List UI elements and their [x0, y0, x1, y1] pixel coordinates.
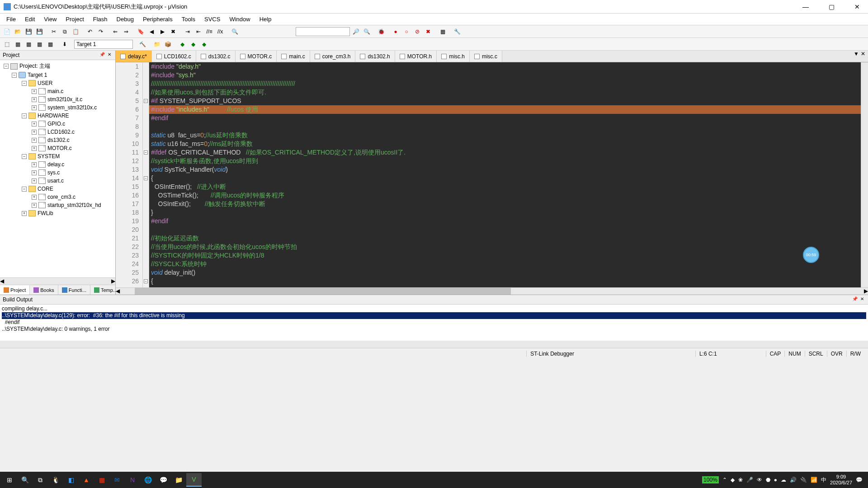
tree-file-delay-c[interactable]: +delay.c	[0, 160, 115, 169]
tab-close-icon[interactable]: ✕	[861, 51, 865, 62]
panel-close-icon[interactable]: ✕	[106, 52, 113, 58]
tree-group-system[interactable]: −SYSTEM	[0, 152, 115, 160]
uvision-task-icon[interactable]: V	[186, 473, 202, 487]
tree-target[interactable]: −Target 1	[0, 71, 115, 79]
nav-forward-icon[interactable]: ⇒	[121, 27, 131, 37]
tree-group-user[interactable]: −USER	[0, 79, 115, 87]
tree-project-root[interactable]: −Project: 主端	[0, 61, 115, 71]
comment-icon[interactable]: //≡	[204, 27, 214, 37]
bookmark-next-icon[interactable]: ▶	[157, 27, 167, 37]
close-button[interactable]: ✕	[850, 1, 864, 12]
stop-build-icon[interactable]: ▦	[45, 39, 55, 49]
app-1-icon[interactable]: 🐧	[48, 473, 63, 487]
project-tab-1[interactable]: Books	[30, 285, 58, 295]
menu-edit[interactable]: Edit	[20, 14, 39, 24]
paste-icon[interactable]: 📋	[71, 27, 80, 37]
wechat-icon[interactable]: 💬	[156, 473, 171, 487]
bookmark-toggle-icon[interactable]: 🔖	[136, 27, 146, 37]
undo-icon[interactable]: ↶	[85, 27, 95, 37]
project-tree[interactable]: −Project: 主端−Target 1−USER+main.c+stm32f…	[0, 60, 115, 277]
select-packs-icon[interactable]: ◆	[188, 39, 198, 49]
build-output-body[interactable]: compiling delay.c.....\SYSTEM\delay\dela…	[0, 305, 868, 341]
file-tab-LCD1602-c[interactable]: LCD1602.c	[152, 51, 196, 62]
find-in-files-icon[interactable]: 🔍	[230, 27, 240, 37]
tree-file-ds1302-c[interactable]: +ds1302.c	[0, 136, 115, 144]
file-tab-MOTOR-h[interactable]: MOTOR.h	[395, 51, 437, 62]
new-file-icon[interactable]: 📄	[2, 27, 12, 37]
tree-file-usart-c[interactable]: +usart.c	[0, 177, 115, 185]
tree-file-sys-c[interactable]: +sys.c	[0, 169, 115, 177]
tree-group-core[interactable]: −CORE	[0, 185, 115, 193]
recording-badge[interactable]: 00:59	[803, 247, 819, 263]
fold-column[interactable]: −−−−	[143, 62, 149, 287]
tray-app2-icon[interactable]: ❀	[738, 477, 743, 483]
menu-flash[interactable]: Flash	[89, 14, 112, 24]
indent-icon[interactable]: ⇥	[183, 27, 193, 37]
tree-group-fwlib[interactable]: +FWLib	[0, 209, 115, 217]
file-tab-ds1302-h[interactable]: ds1302.h	[355, 51, 395, 62]
maximize-button[interactable]: ▢	[824, 1, 839, 12]
outdent-icon[interactable]: ⇤	[193, 27, 203, 37]
uncomment-icon[interactable]: //x	[215, 27, 225, 37]
menu-peripherals[interactable]: Peripherals	[138, 14, 177, 24]
minimize-button[interactable]: —	[798, 1, 813, 12]
file-tab-core_cm3-h[interactable]: core_cm3.h	[310, 51, 356, 62]
file-tab-ds1302-c[interactable]: ds1302.c	[196, 51, 236, 62]
ime-icon[interactable]: 中	[821, 476, 826, 484]
start-button[interactable]: ⊞	[2, 473, 17, 487]
power-icon[interactable]: 🔌	[800, 477, 807, 483]
tray-app7-icon[interactable]: ☁	[781, 477, 786, 483]
menu-debug[interactable]: Debug	[112, 14, 138, 24]
vertical-scrollbar[interactable]	[861, 62, 868, 287]
project-tab-0[interactable]: Project	[0, 285, 30, 295]
tray-up-icon[interactable]: ⌃	[722, 477, 727, 483]
save-icon[interactable]: 💾	[24, 27, 33, 37]
copy-icon[interactable]: ⧉	[60, 27, 70, 37]
volume-icon[interactable]: 🔊	[790, 477, 797, 483]
tree-file-startup_stm32f10x_hd[interactable]: +startup_stm32f10x_hd	[0, 201, 115, 209]
battery-icon[interactable]: 100%	[702, 476, 719, 483]
code-body[interactable]: #include "delay.h"#include "sys.h"//////…	[149, 62, 868, 287]
tree-hscroll[interactable]: ◀▶	[0, 277, 115, 285]
debug-icon[interactable]: 🐞	[376, 27, 386, 37]
tray-app4-icon[interactable]: 👁	[757, 477, 762, 483]
notifications-icon[interactable]: 💬	[856, 477, 863, 483]
project-tab-2[interactable]: Functi...	[58, 285, 90, 295]
search-icon[interactable]: 🔍	[17, 473, 33, 487]
tray-app3-icon[interactable]: 🎤	[746, 477, 753, 483]
open-file-icon[interactable]: 📂	[13, 27, 23, 37]
network-icon[interactable]: 📶	[811, 477, 817, 483]
code-editor[interactable]: 1234567891011121314151617181920212223242…	[116, 62, 868, 287]
menu-help[interactable]: Help	[255, 14, 276, 24]
clock[interactable]: 9:09 2020/6/27	[830, 474, 852, 486]
onenote-icon[interactable]: N	[125, 473, 140, 487]
file-tab-MOTOR-c[interactable]: MOTOR.c	[236, 51, 277, 62]
manage-rtx-icon[interactable]: ◆	[177, 39, 187, 49]
bookmark-clear-icon[interactable]: ✖	[168, 27, 178, 37]
find-icon[interactable]: 🔎	[351, 27, 361, 37]
build-close-icon[interactable]: ✕	[859, 296, 865, 303]
menu-project[interactable]: Project	[61, 14, 88, 24]
menu-view[interactable]: View	[39, 14, 61, 24]
nav-back-icon[interactable]: ⇐	[110, 27, 120, 37]
build-pin-icon[interactable]: 📌	[852, 296, 858, 303]
breakpoint-insert-icon[interactable]: ●	[391, 27, 401, 37]
build-icon[interactable]: ▦	[13, 39, 23, 49]
find-combo[interactable]	[296, 27, 350, 36]
breakpoint-disable-icon[interactable]: ⊘	[412, 27, 422, 37]
translate-icon[interactable]: ⬚	[2, 39, 12, 49]
file-tab-misc-h[interactable]: misc.h	[437, 51, 470, 62]
save-all-icon[interactable]: 💾	[34, 27, 44, 37]
window-layout-icon[interactable]: ▦	[438, 27, 448, 37]
tray-app1-icon[interactable]: ◆	[731, 477, 735, 483]
breakpoint-enable-icon[interactable]: ○	[401, 27, 411, 37]
menu-tools[interactable]: Tools	[177, 14, 200, 24]
redo-icon[interactable]: ↷	[96, 27, 106, 37]
explorer-icon[interactable]: 📁	[171, 473, 186, 487]
tree-file-core_cm3-c[interactable]: +core_cm3.c	[0, 193, 115, 201]
tree-file-LCD1602-c[interactable]: +LCD1602.c	[0, 128, 115, 136]
tray-app6-icon[interactable]: ●	[774, 477, 777, 483]
menu-window[interactable]: Window	[225, 14, 255, 24]
tree-file-main-c[interactable]: +main.c	[0, 87, 115, 95]
tab-dropdown-icon[interactable]: ▼	[854, 51, 859, 62]
